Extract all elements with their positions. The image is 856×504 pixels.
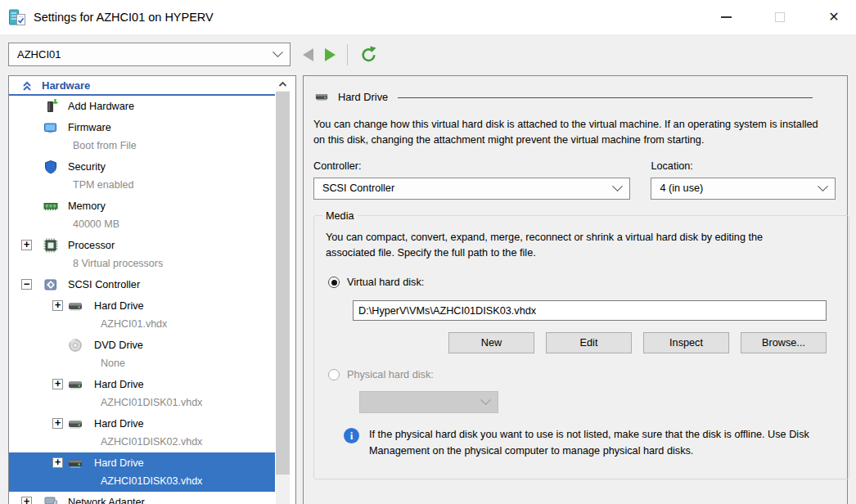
navigate-back-button[interactable] <box>303 48 313 61</box>
media-group-label: Media <box>322 210 358 222</box>
sidebar-scrollbar[interactable] <box>276 77 290 504</box>
refresh-button[interactable] <box>359 45 378 64</box>
tree-item-label: Hard Drive <box>94 300 144 312</box>
sidebar-item-firmware[interactable]: Firmware <box>9 117 275 138</box>
window-title: Settings for AZHCI01 on HYPERV <box>34 11 214 24</box>
tree-item-label: SCSI Controller <box>68 279 140 290</box>
add-hardware-icon <box>43 99 58 114</box>
sidebar-item-memory-sub: 40000 MB <box>9 217 275 235</box>
maximize-icon <box>775 12 785 22</box>
scsi-controller-icon <box>43 277 58 292</box>
physical-disk-info-text: If the physical hard disk you want to us… <box>369 427 837 459</box>
virtual-hard-disk-radio-row[interactable]: Virtual hard disk: <box>328 277 837 288</box>
new-button[interactable]: New <box>448 332 534 353</box>
physical-disk-dropdown <box>359 391 498 413</box>
hard-drive-icon <box>313 90 330 103</box>
media-description: You can compact, convert, expand, merge,… <box>326 230 813 262</box>
tree-section-hardware[interactable]: Hardware <box>9 76 275 96</box>
inspect-button[interactable]: Inspect <box>643 332 729 353</box>
vm-selector-dropdown[interactable]: AZHCI01 <box>8 43 291 66</box>
tree-item-label: Network Adapter <box>68 497 145 504</box>
scroll-up-icon <box>277 80 288 88</box>
collapse-icon[interactable]: − <box>21 279 32 290</box>
location-dropdown[interactable]: 4 (in use) <box>651 178 836 200</box>
tree-item-label: Processor <box>68 240 115 251</box>
tree-item-label: Hard Drive <box>94 457 144 469</box>
location-label: Location: <box>651 160 836 172</box>
physical-hard-disk-label: Physical hard disk: <box>347 369 434 380</box>
vm-selector-value: AZHCI01 <box>17 48 61 61</box>
sidebar-item-hard-drive-0-sub: AZHCI01.vhdx <box>9 317 275 335</box>
hard-drive-icon <box>68 377 83 392</box>
expand-icon[interactable]: + <box>52 379 63 389</box>
sidebar-item-scsi-controller[interactable]: − SCSI Controller <box>9 274 275 295</box>
sidebar-item-processor[interactable]: + Processor <box>9 235 275 256</box>
processor-icon <box>43 238 58 253</box>
tree-item-label: Add Hardware <box>68 101 134 112</box>
expand-icon[interactable]: + <box>52 418 63 429</box>
sidebar-item-hard-drive-3-sub: AZHCI01DISK03.vhdx <box>9 474 275 492</box>
sidebar-item-dvd-drive[interactable]: DVD Drive <box>9 335 275 356</box>
chevron-down-icon <box>818 181 828 191</box>
virtual-hard-disk-label[interactable]: Virtual hard disk: <box>347 277 424 288</box>
memory-icon <box>43 199 58 214</box>
radio-unselected-icon <box>328 369 340 380</box>
sidebar-item-security[interactable]: Security <box>9 156 275 178</box>
sidebar-item-processor-sub: 8 Virtual processors <box>9 256 275 274</box>
tree-item-label: Memory <box>68 200 106 212</box>
location-value: 4 (in use) <box>660 182 703 194</box>
controller-value: SCSI Controller <box>322 182 394 194</box>
expand-icon[interactable]: + <box>52 300 63 311</box>
section-rule <box>398 97 813 98</box>
tree-item-label: Security <box>68 161 106 173</box>
sidebar-item-hard-drive-3-selected[interactable]: + Hard Drive AZHCI01DISK03.vhdx <box>9 452 275 492</box>
minimize-button[interactable] <box>714 5 738 29</box>
chevron-down-icon <box>480 394 491 405</box>
sidebar-item-add-hardware[interactable]: Add Hardware <box>9 96 275 117</box>
media-group: Media You can compact, convert, expand, … <box>313 210 849 480</box>
hardware-tree: Hardware Add Hardware Firmware Boot from… <box>9 76 275 504</box>
expand-icon[interactable]: + <box>21 240 32 250</box>
sidebar-item-hard-drive-1[interactable]: + Hard Drive <box>9 374 275 395</box>
firmware-icon <box>43 120 58 135</box>
settings-app-icon <box>8 8 26 26</box>
section-description: You can change how this virtual hard dis… <box>313 117 827 149</box>
hard-drive-settings-panel: Hard Drive You can change how this virtu… <box>303 75 848 504</box>
toolbar: AZHCI01 <box>0 34 856 75</box>
hardware-tree-panel: Hardware Add Hardware Firmware Boot from… <box>8 75 296 504</box>
vhd-path-input[interactable] <box>353 300 827 321</box>
sidebar-item-hard-drive-0[interactable]: + Hard Drive <box>9 295 275 317</box>
expand-icon[interactable]: + <box>21 497 32 504</box>
controller-label: Controller: <box>313 160 630 172</box>
sidebar-item-network-adapter[interactable]: + Network Adapter <box>9 492 275 504</box>
navigate-forward-button[interactable] <box>325 48 336 61</box>
scrollbar-up-button[interactable] <box>276 77 290 91</box>
toolbar-separator <box>347 44 348 65</box>
sidebar-item-hard-drive-1-sub: AZHCI01DISK01.vhdx <box>9 395 275 413</box>
browse-button[interactable]: Browse... <box>741 332 827 353</box>
radio-selected-icon[interactable] <box>328 277 340 288</box>
sidebar-item-dvd-drive-sub: None <box>9 356 275 374</box>
hard-drive-icon <box>68 299 83 313</box>
close-button[interactable]: ✕ <box>822 5 846 29</box>
sidebar-item-memory[interactable]: Memory <box>9 196 275 217</box>
section-title: Hard Drive <box>338 91 388 103</box>
network-adapter-icon <box>43 495 58 504</box>
sidebar-item-firmware-sub: Boot from File <box>9 138 275 156</box>
shield-icon <box>43 160 58 174</box>
tree-item-label: Hard Drive <box>94 379 144 390</box>
edit-button[interactable]: Edit <box>546 332 632 353</box>
sidebar-item-hard-drive-2[interactable]: + Hard Drive <box>9 413 275 434</box>
chevron-down-icon <box>613 181 624 191</box>
maximize-button[interactable] <box>768 5 792 29</box>
chevron-down-icon <box>273 47 283 57</box>
hard-drive-icon <box>68 456 83 470</box>
scrollbar-thumb[interactable] <box>276 92 290 475</box>
collapse-double-chevron-icon <box>21 80 33 92</box>
tree-item-label: Hard Drive <box>94 418 144 430</box>
controller-dropdown[interactable]: SCSI Controller <box>313 178 630 200</box>
expand-icon[interactable]: + <box>52 457 63 468</box>
sidebar-item-hard-drive-2-sub: AZHCI01DISK02.vhdx <box>9 434 275 452</box>
tree-item-label: Firmware <box>68 122 111 133</box>
sidebar-item-hard-drive-3[interactable]: + Hard Drive <box>9 452 275 474</box>
